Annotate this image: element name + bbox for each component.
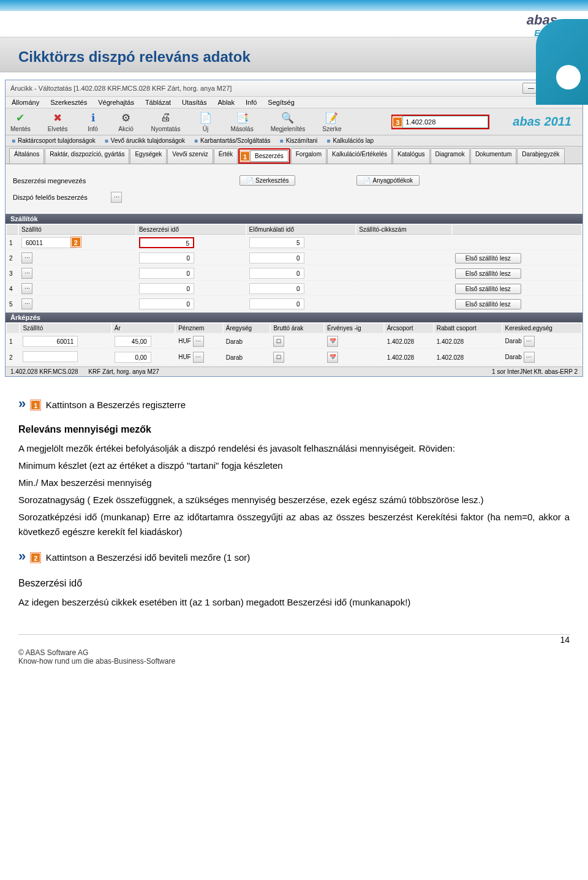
- link-item[interactable]: Raktárcsoport tulajdonságok: [12, 137, 96, 144]
- abas2011-label: abas 2011: [513, 115, 571, 129]
- title-bar: Cikktörzs diszpó releváns adatok: [0, 37, 588, 72]
- picker-icon[interactable]: ⋯: [111, 192, 122, 203]
- col-supplier-partno: Szállító-cikkszám: [356, 225, 451, 235]
- menubar: Állomány Szerkesztés Végrehajtás Tábláza…: [6, 97, 582, 108]
- top-banner: abasERP: [0, 0, 588, 37]
- window-title: Árucikk - Változtatás [1.402.028 KRF.MCS…: [10, 85, 232, 92]
- edit-button[interactable]: 📝Szerke: [322, 111, 341, 132]
- paragraph: Sorozatnagyság ( Ezek összefüggnek, a sz…: [18, 493, 570, 507]
- first-supplier-btn[interactable]: Első szállító lesz: [455, 299, 521, 309]
- footer-sub: Know-how rund um die abas-Business-Softw…: [18, 657, 175, 666]
- form-area: Beszerzési megnevezés Szerkesztés Anyagp…: [6, 164, 582, 214]
- footer: © ABAS Software AG Know-how rund um die …: [0, 645, 588, 674]
- table-row: 2 0,00 HUF ⋯ Darab ☐ 📅 1.402.028 1.402.0…: [7, 350, 581, 365]
- toolbar: ✔Mentés ✖Elvetés ℹInfó ⚙Akció 🖨Nyomtatás…: [6, 108, 582, 135]
- paragraph: Min./ Max beszerzési mennyiség: [18, 476, 570, 490]
- date-picker-icon[interactable]: 📅: [327, 336, 338, 347]
- step1-text: Kattintson a Beszerzés regiszterre: [46, 400, 186, 410]
- proc-time-input[interactable]: 5: [139, 237, 194, 248]
- col-proc-time: Beszerzési idő: [137, 225, 246, 235]
- link-item[interactable]: Karbantartás/Szolgáltatás: [194, 137, 271, 144]
- tab-diagrams[interactable]: Diagramok: [431, 148, 470, 164]
- tab-value[interactable]: Érték: [214, 148, 238, 164]
- tab-bom[interactable]: Darabjegyzék: [517, 148, 564, 164]
- heading-beszido: Beszerzési idő: [18, 575, 570, 591]
- arrow-icon: »: [18, 548, 26, 564]
- first-supplier-btn[interactable]: Első szállító lesz: [455, 253, 521, 264]
- tab-procurement-highlight: 1 Beszerzés: [238, 148, 290, 164]
- link-item[interactable]: Vevő árucikk tulajdonságok: [105, 137, 185, 144]
- save-button[interactable]: ✔Mentés: [10, 111, 31, 132]
- menu-item[interactable]: Segítség: [268, 99, 294, 106]
- menu-item[interactable]: Állomány: [12, 99, 39, 106]
- page-title: Cikktörzs diszpó releváns adatok: [18, 48, 570, 66]
- table-row: 1 60011 2 5 5: [7, 236, 581, 250]
- paragraph: Az idegen beszerzésú cikkek esetében itt…: [18, 595, 570, 610]
- action-button[interactable]: ⚙Akció: [118, 111, 134, 132]
- label-procurement-name: Beszerzési megnevezés: [13, 177, 105, 184]
- menu-item[interactable]: Infó: [246, 99, 257, 106]
- edit-btn[interactable]: Szerkesztés: [239, 175, 295, 186]
- tab-general[interactable]: Általános: [9, 148, 44, 164]
- app-window: Árucikk - Változtatás [1.402.028 KRF.MCS…: [5, 80, 583, 377]
- step2-text: Kattintson a Beszerzési idő beviteli mez…: [46, 552, 250, 563]
- pricing-table: Szállító Ár Pénznem Áregység Bruttó árak…: [6, 322, 582, 366]
- footer-copyright: © ABAS Software AG: [18, 648, 175, 657]
- tab-document[interactable]: Dokumentum: [470, 148, 516, 164]
- link-item[interactable]: Kiszámítani: [280, 137, 318, 144]
- menu-item[interactable]: Végrehajtás: [98, 99, 134, 106]
- material-surcharges-btn[interactable]: Anyagpótlékok: [356, 175, 420, 186]
- picker-icon[interactable]: ⋯: [193, 336, 204, 347]
- table-row: 5⋯00Első szállító lesz: [7, 297, 581, 311]
- tab-procurement[interactable]: Beszerzés: [250, 150, 288, 162]
- callout-badge-1: 1: [240, 151, 250, 161]
- tab-turnover[interactable]: Forgalom: [291, 148, 326, 164]
- info-button[interactable]: ℹInfó: [85, 111, 101, 132]
- label-dispo: Diszpó felelős beszerzés: [13, 194, 105, 201]
- side-logo-icon: [536, 19, 588, 105]
- prep-time-input[interactable]: 5: [249, 237, 304, 248]
- first-supplier-btn[interactable]: Első szállító lesz: [455, 268, 521, 279]
- picker-icon[interactable]: ⋯: [21, 252, 32, 264]
- menu-item[interactable]: Szerkesztés: [50, 99, 87, 106]
- search-input[interactable]: [402, 116, 488, 128]
- paragraph: Minimum készlet (ezt az értéket a diszpó…: [18, 458, 570, 473]
- tab-catalog[interactable]: Katalógus: [393, 148, 429, 164]
- show-button[interactable]: 🔍Megjelenítés: [271, 111, 306, 132]
- tab-warehouse[interactable]: Raktár, diszpozíció, gyártás: [45, 148, 129, 164]
- arrow-icon: »: [18, 396, 26, 411]
- discard-button[interactable]: ✖Elvetés: [48, 111, 68, 132]
- step-badge-1: 1: [31, 400, 40, 410]
- supplier-input[interactable]: 60011: [21, 237, 77, 248]
- menu-item[interactable]: Táblázat: [145, 99, 171, 106]
- tab-calc[interactable]: Kalkuláció/Értékelés: [327, 148, 392, 164]
- table-row: 1 60011 45,00 HUF ⋯ Darab ☐ 📅 1.402.028 …: [7, 335, 581, 349]
- picker-icon[interactable]: ⋯: [21, 298, 32, 309]
- tabbar: Általános Raktár, diszpozíció, gyártás E…: [6, 146, 582, 164]
- new-button[interactable]: 📄Új: [197, 111, 213, 132]
- tab-customer-service[interactable]: Vevői szerviz: [167, 148, 213, 164]
- table-row: 3⋯00Első szállító lesz: [7, 267, 581, 281]
- link-item[interactable]: Kalkulációs lap: [326, 137, 374, 144]
- picker-icon[interactable]: ☐: [273, 336, 284, 347]
- suppliers-table: Szállító Beszerzési idő Előmunkálati idő…: [6, 224, 582, 313]
- col-supplier: Szállító: [19, 225, 135, 235]
- picker-icon[interactable]: ⋯: [193, 352, 204, 363]
- callout-badge-3: 3: [393, 117, 402, 127]
- table-row: 4⋯00Első szállító lesz: [7, 282, 581, 296]
- picker-icon[interactable]: ⋯: [21, 268, 32, 279]
- menu-item[interactable]: Ablak: [217, 99, 235, 106]
- picker-icon[interactable]: ⋯: [524, 336, 535, 347]
- tab-units[interactable]: Egységek: [130, 148, 167, 164]
- callout-badge-2: 2: [71, 237, 81, 247]
- paragraph: A megjelölt mezők értékei befolyásolják …: [18, 441, 570, 456]
- picker-icon[interactable]: ⋯: [21, 283, 32, 294]
- first-supplier-btn[interactable]: Első szállító lesz: [455, 284, 521, 294]
- window-titlebar: Árucikk - Változtatás [1.402.028 KRF.MCS…: [6, 80, 582, 97]
- copy-button[interactable]: 📑Másolás: [230, 111, 253, 132]
- picker-icon[interactable]: ☐: [273, 352, 284, 363]
- picker-icon[interactable]: ⋯: [524, 352, 535, 363]
- print-button[interactable]: 🖨Nyomtatás: [151, 111, 181, 132]
- menu-item[interactable]: Utasítás: [182, 99, 206, 106]
- date-picker-icon[interactable]: 📅: [327, 352, 338, 363]
